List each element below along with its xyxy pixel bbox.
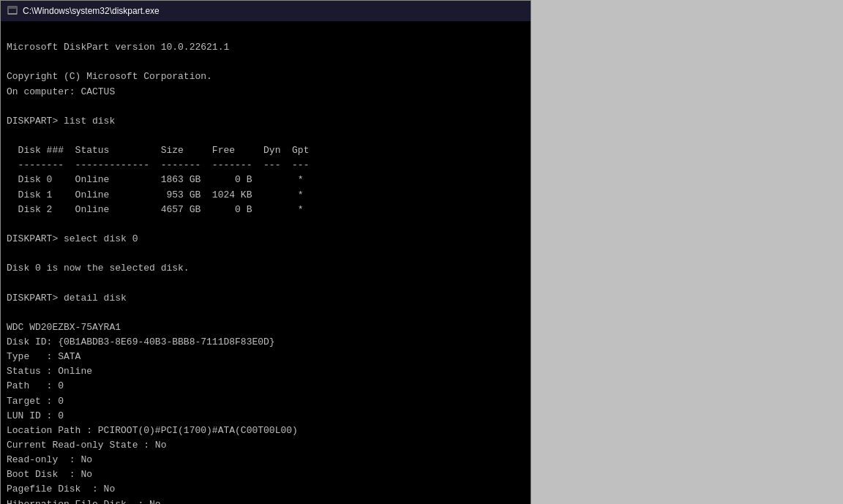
console-output[interactable]: Microsoft DiskPart version 10.0.22621.1 …: [1, 21, 531, 504]
svg-rect-1: [8, 7, 17, 9]
title-bar: C:\Windows\system32\diskpart.exe: [1, 1, 531, 21]
diskpart-window: C:\Windows\system32\diskpart.exe Microso…: [0, 0, 531, 504]
title-bar-text: C:\Windows\system32\diskpart.exe: [23, 6, 160, 16]
window-icon: [7, 5, 18, 17]
